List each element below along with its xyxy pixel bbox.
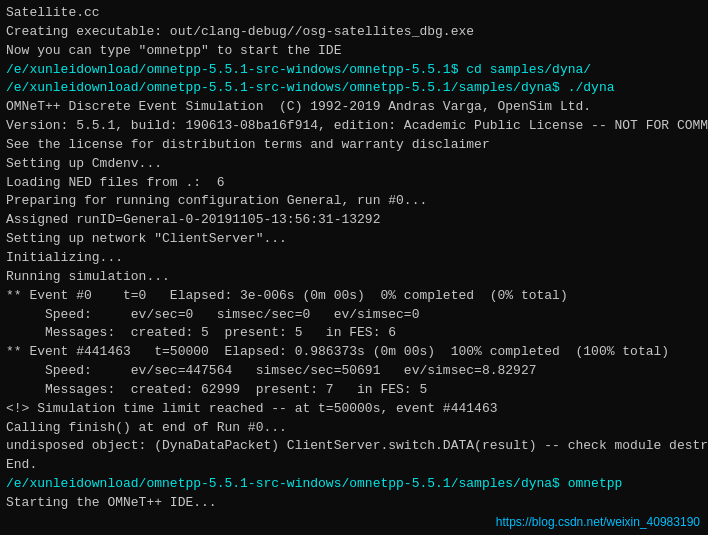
watermark: https://blog.csdn.net/weixin_40983190	[496, 515, 700, 529]
terminal-line: Version: 5.5.1, build: 190613-08ba16f914…	[6, 117, 702, 136]
terminal-line: Assigned runID=General-0-20191105-13:56:…	[6, 211, 702, 230]
terminal-line: Calling finish() at end of Run #0...	[6, 419, 702, 438]
terminal-line: Setting up Cmdenv...	[6, 155, 702, 174]
terminal-line: Messages: created: 5 present: 5 in FES: …	[6, 324, 702, 343]
terminal-line: /e/xunleidownload/omnetpp-5.5.1-src-wind…	[6, 475, 702, 494]
terminal-line: Starting the OMNeT++ IDE...	[6, 494, 702, 513]
terminal-line: Creating executable: out/clang-debug//os…	[6, 23, 702, 42]
terminal-line: /e/xunleidownload/omnetpp-5.5.1-src-wind…	[6, 61, 702, 80]
terminal-line: End.	[6, 456, 702, 475]
terminal-content: Satellite.ccCreating executable: out/cla…	[6, 4, 702, 513]
terminal-line: Loading NED files from .: 6	[6, 174, 702, 193]
terminal-line: ** Event #0 t=0 Elapsed: 3e-006s (0m 00s…	[6, 287, 702, 306]
terminal-line: Initializing...	[6, 249, 702, 268]
terminal-line: Messages: created: 62999 present: 7 in F…	[6, 381, 702, 400]
terminal: Satellite.ccCreating executable: out/cla…	[0, 0, 708, 535]
terminal-line: Preparing for running configuration Gene…	[6, 192, 702, 211]
terminal-line: undisposed object: (DynaDataPacket) Clie…	[6, 437, 702, 456]
terminal-line: OMNeT++ Discrete Event Simulation (C) 19…	[6, 98, 702, 117]
terminal-line: Speed: ev/sec=447564 simsec/sec=50691 ev…	[6, 362, 702, 381]
terminal-line: <!> Simulation time limit reached -- at …	[6, 400, 702, 419]
terminal-line: Now you can type "omnetpp" to start the …	[6, 42, 702, 61]
terminal-line: Speed: ev/sec=0 simsec/sec=0 ev/simsec=0	[6, 306, 702, 325]
terminal-line: Running simulation...	[6, 268, 702, 287]
terminal-line: Satellite.cc	[6, 4, 702, 23]
terminal-line: Setting up network "ClientServer"...	[6, 230, 702, 249]
terminal-line: /e/xunleidownload/omnetpp-5.5.1-src-wind…	[6, 79, 702, 98]
terminal-line: See the license for distribution terms a…	[6, 136, 702, 155]
terminal-line: ** Event #441463 t=50000 Elapsed: 0.9863…	[6, 343, 702, 362]
